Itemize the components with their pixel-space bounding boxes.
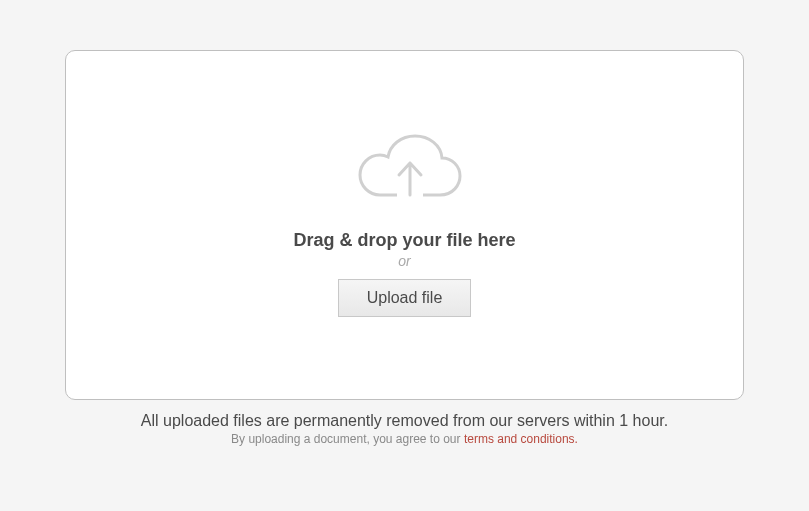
agreement-text: By uploading a document, you agree to ou… — [65, 432, 744, 446]
dropzone-or-text: or — [398, 253, 410, 269]
dropzone-heading: Drag & drop your file here — [293, 230, 515, 251]
file-dropzone[interactable]: Drag & drop your file here or Upload fil… — [65, 50, 744, 400]
retention-notice: All uploaded files are permanently remov… — [65, 412, 744, 430]
upload-container: Drag & drop your file here or Upload fil… — [0, 0, 809, 466]
agreement-suffix: . — [575, 432, 578, 446]
terms-and-conditions-link[interactable]: terms and conditions — [464, 432, 575, 446]
upload-file-button[interactable]: Upload file — [338, 279, 472, 317]
footer: All uploaded files are permanently remov… — [65, 412, 744, 446]
cloud-upload-icon — [345, 133, 465, 212]
agreement-prefix: By uploading a document, you agree to ou… — [231, 432, 464, 446]
